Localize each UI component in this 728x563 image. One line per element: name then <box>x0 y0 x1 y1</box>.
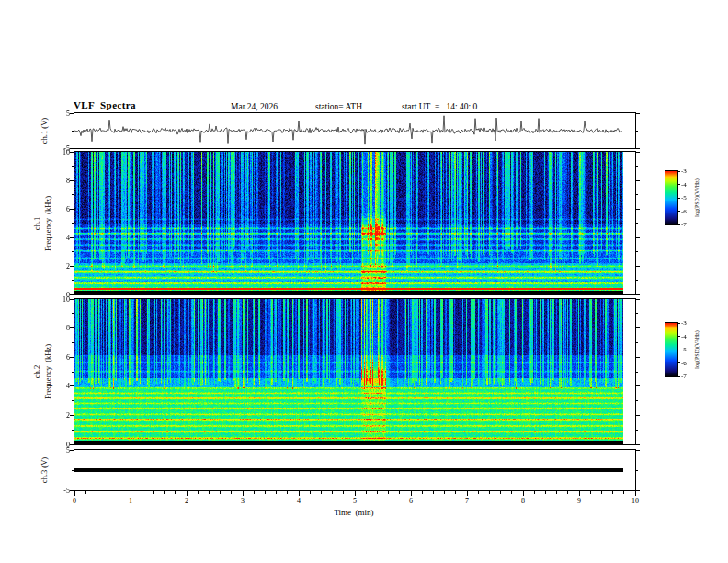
x-tick-label: 3 <box>233 497 252 505</box>
x-minor-tick-mark <box>444 491 445 494</box>
freq-tick-label: 10 <box>48 295 70 304</box>
ch1-spectrogram-canvas <box>74 152 635 294</box>
x-minor-tick-mark <box>601 491 602 494</box>
x-minor-tick-mark <box>85 491 86 494</box>
volt-tick-mark <box>636 450 640 451</box>
freq-tick-mark <box>70 294 74 295</box>
cbar-tick-label: -5 <box>681 346 696 354</box>
freq-minor-tick-mark <box>636 194 638 195</box>
cbar-tick-mark <box>677 376 680 377</box>
freq-tick-mark <box>70 180 74 181</box>
cbar-tick-label: -3 <box>681 167 696 176</box>
freq-minor-tick-mark <box>72 194 74 195</box>
freq-tick-mark <box>70 266 74 267</box>
volt-tick-mark <box>636 148 640 149</box>
x-minor-tick-mark <box>164 491 165 494</box>
volt-minor-tick-mark <box>636 131 638 132</box>
ch2-spec-channel-label: ch.2 <box>33 365 41 378</box>
figure-title: VLF Spectra <box>74 99 136 110</box>
freq-tick-mark <box>636 180 640 181</box>
x-tick-label: 5 <box>346 497 364 505</box>
cbar-tick-label: -3 <box>681 319 696 327</box>
freq-tick-mark <box>70 444 74 445</box>
cbar-tick-label: -6 <box>681 360 696 368</box>
x-tick-mark <box>131 491 131 496</box>
cbar-tick-mark <box>677 211 680 212</box>
cbar-tick-mark <box>677 184 680 185</box>
freq-tick-label: 8 <box>48 324 70 332</box>
x-minor-tick-mark <box>388 491 389 494</box>
volt-tick-mark <box>70 148 74 149</box>
cbar-tick-label: -7 <box>681 221 696 229</box>
volt-minor-tick-mark <box>72 470 74 471</box>
ch3-volt-axis-label: ch.3 (V) <box>40 457 49 483</box>
x-minor-tick-mark <box>276 491 277 494</box>
x-minor-tick-mark <box>489 491 490 494</box>
x-tick-label: 2 <box>177 497 196 505</box>
freq-minor-tick-mark <box>636 223 638 224</box>
freq-minor-tick-mark <box>72 223 74 224</box>
x-minor-tick-mark <box>623 491 624 494</box>
x-minor-tick-mark <box>567 491 568 494</box>
freq-tick-label: 2 <box>48 411 70 419</box>
cbar-tick-mark <box>677 171 680 172</box>
volt-tick-label: -5 <box>48 487 70 495</box>
volt-tick-label: 5 <box>48 446 70 454</box>
freq-tick-mark <box>636 299 640 300</box>
volt-tick-mark <box>636 113 640 114</box>
x-minor-tick-mark <box>332 491 333 494</box>
cbar-tick-label: -7 <box>681 373 696 381</box>
x-tick-mark <box>635 491 636 496</box>
cbar-tick-mark <box>677 224 680 225</box>
volt-tick-mark <box>70 450 74 451</box>
freq-minor-tick-mark <box>72 430 74 431</box>
vlf-spectra-figure: VLF Spectra Mar.24, 2026 station= ATH st… <box>0 0 728 563</box>
cbar-tick-label: -5 <box>681 194 696 202</box>
x-tick-mark <box>579 491 580 496</box>
volt-minor-tick-mark <box>636 470 638 471</box>
x-minor-tick-mark <box>231 491 232 494</box>
freq-minor-tick-mark <box>636 166 638 167</box>
freq-tick-mark <box>636 294 640 295</box>
x-tick-mark <box>299 491 300 496</box>
freq-tick-mark <box>636 152 640 153</box>
freq-tick-mark <box>70 237 74 238</box>
cbar-tick-mark <box>677 362 680 363</box>
x-tick-label: 9 <box>570 497 588 505</box>
freq-minor-tick-mark <box>72 342 74 343</box>
freq-tick-label: 6 <box>48 353 70 362</box>
freq-tick-mark <box>70 327 74 328</box>
x-minor-tick-mark <box>209 491 210 494</box>
freq-tick-label: 6 <box>48 205 70 213</box>
x-tick-label: 1 <box>121 497 140 505</box>
freq-tick-label: 8 <box>48 177 70 185</box>
ch1-volt-axis-label: ch.1 (V) <box>40 118 49 144</box>
freq-tick-mark <box>70 299 74 300</box>
colorbar-ch1-canvas <box>665 171 677 224</box>
panel-ch3-waveform <box>74 449 636 491</box>
freq-minor-tick-mark <box>636 342 638 343</box>
x-minor-tick-mark <box>254 491 255 494</box>
colorbar-ch2-canvas <box>665 323 677 376</box>
x-minor-tick-mark <box>545 491 546 494</box>
x-minor-tick-mark <box>366 491 367 494</box>
x-minor-tick-mark <box>321 491 322 494</box>
x-minor-tick-mark <box>198 491 199 494</box>
x-minor-tick-mark <box>343 491 344 494</box>
x-minor-tick-mark <box>220 491 221 494</box>
x-tick-mark <box>243 491 244 496</box>
colorbar-ch2 <box>665 322 678 377</box>
volt-tick-mark <box>636 490 640 491</box>
cbar-tick-label: -6 <box>681 208 696 216</box>
freq-tick-mark <box>636 444 640 445</box>
x-minor-tick-mark <box>399 491 400 494</box>
freq-tick-mark <box>70 152 74 153</box>
ch2-spectrogram-canvas <box>74 299 635 444</box>
x-tick-label: 4 <box>290 497 308 505</box>
freq-minor-tick-mark <box>636 280 638 281</box>
ch1-waveform-canvas <box>74 113 635 148</box>
volt-tick-label: -5 <box>48 144 70 153</box>
colorbar-ch1 <box>665 170 678 225</box>
cbar-tick-mark <box>677 336 680 337</box>
cbar-tick-label: -4 <box>681 333 696 341</box>
